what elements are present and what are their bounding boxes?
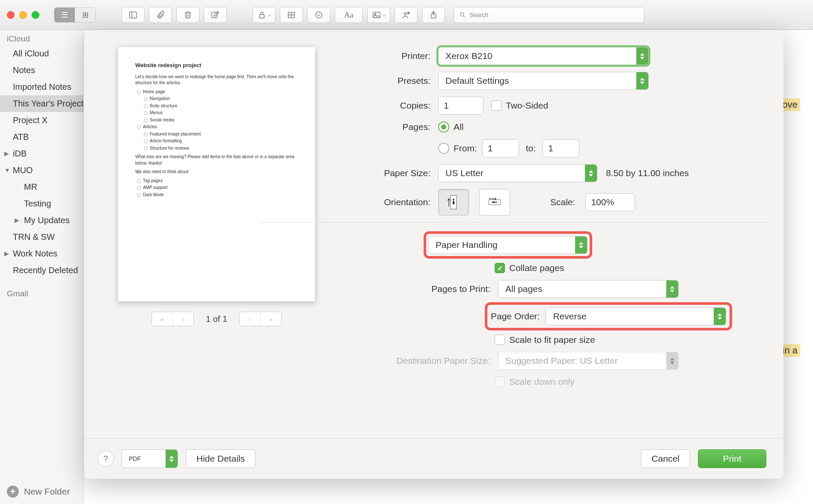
help-button[interactable]: ? [98,451,114,467]
scale-input[interactable]: 100% [585,193,635,211]
collaborate-button[interactable] [395,7,418,23]
compose-button[interactable] [204,7,227,23]
last-page-icon[interactable]: » [261,312,281,326]
close-window-button[interactable] [7,11,15,19]
scale-to-fit-checkbox[interactable] [495,335,505,345]
paper-size-select[interactable]: US Letter [438,164,597,182]
printer-select[interactable]: Xerox B210 [438,47,649,65]
orientation-portrait-button[interactable] [438,189,469,215]
page-order-select[interactable]: Reverse [546,307,726,325]
first-page-icon[interactable]: « [152,312,173,326]
two-sided-checkbox[interactable] [491,100,501,111]
sidebar-item[interactable]: Notes [0,62,83,79]
content-area: we'll move in a Website redesign project… [84,30,813,504]
from-label: From: [454,143,477,153]
disclosure-triangle-icon[interactable]: ▼ [4,167,10,174]
sidebar-item[interactable]: All iCloud [0,45,83,62]
sidebar-item[interactable]: Project X [0,112,83,129]
minimize-window-button[interactable] [19,11,27,19]
svg-rect-19 [453,201,454,204]
prev-page-buttons[interactable]: «‹ [151,312,194,326]
section-select-highlight: Paper Handling [426,234,590,256]
scale-down-label: Scale down only [509,377,575,387]
toggle-sidebar-button[interactable] [122,7,145,23]
delete-button[interactable] [176,7,199,23]
pdf-menu[interactable]: PDF [122,449,178,468]
printer-label: Printer: [336,51,438,61]
print-button[interactable]: Print [698,449,766,468]
svg-rect-22 [492,201,495,203]
hide-details-button[interactable]: Hide Details [186,449,255,468]
checklist-button[interactable] [307,7,330,23]
copies-input[interactable]: 1 [438,97,484,115]
dest-paper-select: Suggested Paper: US Letter [498,352,679,370]
sidebar-item[interactable]: TRN & SW [0,229,83,245]
chevron-updown-icon [666,280,678,298]
sidebar-item[interactable]: This Year's Projects [0,95,83,112]
cancel-button[interactable]: Cancel [641,449,690,468]
chevron-updown-icon [585,165,597,182]
sidebar-item[interactable]: Imported Notes [0,79,83,95]
pages-to-print-select[interactable]: All pages [498,280,679,298]
share-button[interactable] [422,7,445,23]
pages-all-label: All [454,122,463,132]
scale-label: Scale: [550,197,575,207]
chevron-updown-icon [714,308,726,325]
search-placeholder: Search [469,12,488,18]
sidebar-item[interactable]: ▶My Updates [0,212,83,229]
presets-label: Presets: [336,76,438,86]
sidebar-item[interactable]: ▼MUO [0,162,83,179]
collate-checkbox[interactable] [495,263,505,273]
sidebar-item[interactable]: MR [0,179,83,195]
svg-point-10 [404,12,406,15]
presets-select[interactable]: Default Settings [438,72,649,90]
disclosure-triangle-icon[interactable]: ▶ [4,250,9,257]
window-controls [7,11,39,19]
svg-point-18 [453,199,454,200]
grid-view-button[interactable]: ⊞ [75,8,95,22]
sidebar-item[interactable]: ▶iDB [0,145,83,162]
scale-to-fit-label: Scale to fit paper size [509,335,595,345]
print-preview-column: Website redesign project Let's decide ho… [110,47,323,394]
zoom-window-button[interactable] [32,11,39,19]
lock-button[interactable]: ⌄ [252,7,276,23]
to-label: to: [526,143,536,153]
page-order-label: Page Order: [491,311,540,321]
sidebar-item[interactable]: Testing [0,195,83,212]
chevron-updown-icon [666,352,678,369]
attachments-button[interactable] [149,7,172,23]
pages-all-radio[interactable] [438,121,449,133]
next-page-icon[interactable]: › [240,312,261,326]
collate-label: Collate pages [509,263,564,273]
svg-rect-0 [130,12,137,18]
list-view-button[interactable]: ☰ [54,8,75,22]
two-sided-label: Two-Sided [506,100,548,111]
table-button[interactable] [280,7,303,23]
scale-down-checkbox [495,377,505,387]
sidebar-item[interactable]: ATB [0,129,83,145]
next-page-buttons[interactable]: ›» [239,312,282,326]
pages-range-radio[interactable] [438,143,449,154]
new-folder-button[interactable]: + New Folder [0,479,83,504]
disclosure-triangle-icon[interactable]: ▶ [15,217,19,224]
chevron-updown-icon [636,47,648,65]
sidebar-item[interactable]: ▶Work Notes [0,245,83,262]
from-input[interactable]: 1 [482,139,519,157]
print-dialog: Website redesign project Let's decide ho… [84,30,783,479]
sidebar-section-header: Gmail [0,285,83,300]
svg-point-21 [496,201,497,203]
view-mode-segment: ☰ ⊞ [54,7,96,23]
prev-page-icon[interactable]: ‹ [173,312,193,326]
search-field[interactable]: Search [454,7,644,23]
format-button[interactable]: Aa [335,7,363,23]
print-section-select[interactable]: Paper Handling [428,236,587,254]
chevron-updown-icon [636,72,648,89]
copies-label: Copies: [336,100,438,111]
folders-sidebar: iCloud All iCloud Notes Imported Notes T… [0,30,84,504]
orientation-landscape-button[interactable] [479,189,510,215]
to-input[interactable]: 1 [543,139,579,157]
media-button[interactable]: ⌄ [367,7,390,23]
pages-label: Pages: [336,122,438,132]
disclosure-triangle-icon[interactable]: ▶ [4,150,9,157]
sidebar-item[interactable]: Recently Deleted [0,262,83,279]
